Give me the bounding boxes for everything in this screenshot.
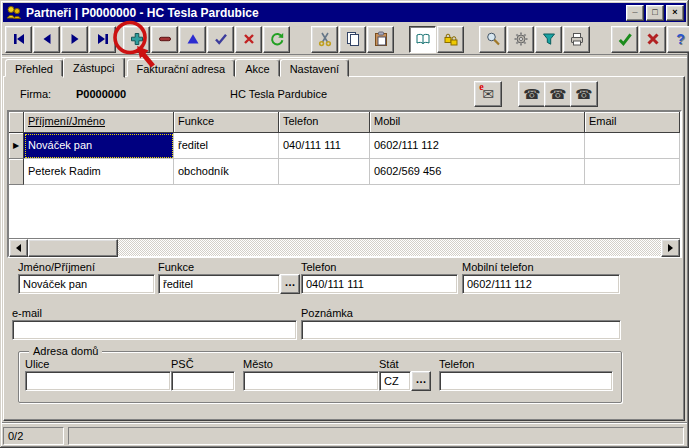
storno-button[interactable] (639, 26, 666, 53)
scrollbar-thumb[interactable] (28, 239, 118, 257)
email-label: e-mail (12, 307, 42, 319)
phone-icon: ☎ (523, 87, 540, 101)
tab-nastaveni[interactable]: Nastavení (280, 59, 350, 77)
tab-fakturacni-adresa[interactable]: Fakturační adresa (127, 59, 236, 77)
table-row: ▶ Nováček pan ředitel 040/111 111 0602/1… (9, 133, 680, 159)
adresa-domu-group: Adresa domů Ulice PSČ Město Stát … Telef… (18, 351, 622, 403)
jmeno-field[interactable] (18, 274, 155, 294)
table-row: Peterek Radim obchodník 0602/569 456 (9, 159, 680, 185)
green-check-icon (617, 31, 633, 47)
grid-header-funkce[interactable]: Funkce (174, 112, 279, 133)
poznamka-field[interactable] (301, 320, 621, 340)
edit-record-button[interactable] (179, 26, 206, 53)
cell-mobil[interactable]: 0602/111 112 (370, 133, 585, 159)
tab-page-zastupci: Firma: P0000000 HC Tesla Pardubice ✉e ☎ … (3, 76, 685, 421)
grid-header-email[interactable]: Email (585, 112, 680, 133)
maximize-button[interactable]: □ (646, 5, 664, 21)
application-window: Partneři | P0000000 - HC Tesla Pardubice… (0, 0, 689, 448)
settings-button[interactable] (507, 26, 534, 53)
copy-icon (345, 31, 361, 47)
grid-header-prijmeni[interactable]: Příjmení/Jméno (24, 112, 174, 133)
poznamka-label: Poznámka (301, 307, 353, 319)
dial-phone-button-3[interactable]: ☎ (570, 81, 598, 107)
search-button[interactable] (479, 26, 506, 53)
minimize-button[interactable]: _ (626, 5, 644, 21)
x-icon (241, 31, 257, 47)
phone-icon: ☎ (549, 87, 566, 101)
statusbar-separator (2, 422, 687, 424)
copy-button[interactable] (339, 26, 366, 53)
contacts-grid: Příjmení/Jméno Funkce Telefon Mobil Emai… (7, 110, 682, 258)
grid-horizontal-scrollbar[interactable] (9, 238, 680, 256)
cell-funkce[interactable]: obchodník (174, 159, 279, 185)
grid-header-mobil[interactable]: Mobil (370, 112, 585, 133)
check-icon (213, 31, 229, 47)
detail-view-button[interactable] (409, 26, 436, 53)
last-record-button[interactable] (89, 26, 116, 53)
dial-phone-button-2[interactable]: ☎ (544, 81, 572, 107)
scrollbar-track[interactable] (28, 239, 661, 256)
toolbar: ? (5, 25, 689, 53)
mobil-field[interactable] (462, 274, 620, 294)
stat-lookup-button[interactable]: … (411, 371, 431, 391)
previous-record-icon (39, 31, 55, 47)
record-counter: 0/2 (3, 427, 64, 445)
grid-header-telefon[interactable]: Telefon (279, 112, 370, 133)
post-record-button[interactable] (207, 26, 234, 53)
window-title: Partneři | P0000000 - HC Tesla Pardubice (26, 6, 626, 20)
add-record-button[interactable] (123, 26, 150, 53)
refresh-icon (269, 31, 285, 47)
mesto-field[interactable] (243, 371, 379, 391)
dial-phone-button-1[interactable]: ☎ (518, 81, 546, 107)
cell-email[interactable] (585, 133, 680, 159)
cell-telefon[interactable]: 040/111 111 (279, 133, 370, 159)
ulice-label: Ulice (25, 358, 49, 370)
red-x-icon (645, 31, 661, 47)
filter-button[interactable] (535, 26, 562, 53)
ok-button[interactable] (611, 26, 638, 53)
envelope-icon: ✉e (482, 87, 494, 101)
previous-record-button[interactable] (33, 26, 60, 53)
scroll-left-button[interactable] (9, 239, 28, 257)
locks-icon (443, 31, 459, 47)
magnifier-icon (485, 31, 501, 47)
grid-empty-area (9, 185, 680, 238)
adresa-telefon-field[interactable] (439, 371, 613, 391)
arrow-right-icon (668, 244, 673, 252)
refresh-button[interactable] (263, 26, 290, 53)
close-button[interactable]: × (666, 5, 684, 21)
delete-record-button[interactable] (151, 26, 178, 53)
ulice-field[interactable] (25, 371, 171, 391)
print-button[interactable] (563, 26, 590, 53)
send-email-button[interactable]: ✉e (474, 81, 502, 107)
funkce-lookup-button[interactable]: … (280, 274, 300, 294)
psc-field[interactable] (171, 371, 235, 391)
cell-funkce[interactable]: ředitel (174, 133, 279, 159)
cell-prijmeni[interactable]: Nováček pan (24, 133, 174, 159)
cut-button[interactable] (311, 26, 338, 53)
arrow-left-icon (16, 244, 21, 252)
plus-icon (129, 31, 145, 47)
row-indicator (9, 159, 24, 185)
next-record-button[interactable] (61, 26, 88, 53)
tab-zastupci[interactable]: Zástupci (63, 57, 125, 78)
cell-telefon[interactable] (279, 159, 370, 185)
cell-mobil[interactable]: 0602/569 456 (370, 159, 585, 185)
open-book-icon (415, 31, 431, 47)
cancel-edit-button[interactable] (235, 26, 262, 53)
grid-header: Příjmení/Jméno Funkce Telefon Mobil Emai… (9, 112, 680, 133)
tab-akce[interactable]: Akce (235, 59, 279, 77)
telefon-field[interactable] (301, 274, 458, 294)
tab-prehled[interactable]: Přehled (5, 59, 63, 77)
cell-email[interactable] (585, 159, 680, 185)
cell-prijmeni[interactable]: Peterek Radim (24, 159, 174, 185)
stat-field[interactable] (379, 371, 411, 391)
paste-button[interactable] (367, 26, 394, 53)
help-button[interactable]: ? (667, 26, 689, 53)
email-field[interactable] (12, 320, 297, 340)
scroll-right-button[interactable] (661, 239, 680, 257)
permissions-button[interactable] (437, 26, 464, 53)
firma-label: Firma: (20, 88, 51, 100)
first-record-button[interactable] (5, 26, 32, 53)
funkce-field[interactable] (158, 274, 280, 294)
